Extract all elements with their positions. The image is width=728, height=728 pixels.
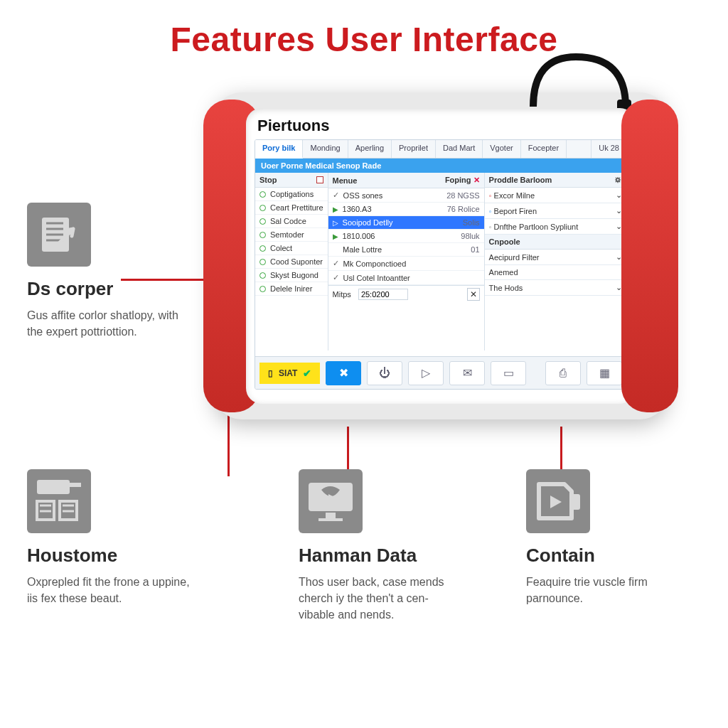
row-key: Usl Cotel Intoantter [343,274,410,282]
row-val: 76 Rolice [447,205,480,213]
data-row[interactable]: ✓Usl Cotel Intoantter [328,271,484,285]
tab-right[interactable]: Uk 28 [591,140,626,158]
status-dot-icon [259,218,266,225]
row-key: Male Lottre [343,245,382,254]
sidebar-item-label: Delele Inirer [270,284,312,293]
meter-bar: Mitps ✕ [328,285,484,303]
data-row[interactable]: Male Lottre01 [328,243,484,257]
svg-rect-19 [572,494,580,510]
data-row[interactable]: ✓Mk Componctioed [328,257,484,271]
tab[interactable]: Monding [303,140,348,158]
row-val: 28 NGSS [446,191,479,200]
print-button[interactable]: ⎙ [545,361,581,385]
col-head-right: Foping [445,176,471,184]
tab[interactable]: Dad Mart [436,140,483,158]
tools-button[interactable]: ✖ [326,361,361,385]
check-icon: ✔ [303,368,311,379]
monitor-play-icon [299,469,363,533]
sidebar-item-label: Ceart Prettiture [270,203,323,212]
power-button[interactable]: ⏻ [367,361,402,385]
dropdown[interactable]: ◦ Dnfthe Partloon Sypliunt⌄ [485,219,626,235]
dropdown[interactable]: ◦ Beport Firen⌄ [485,203,626,219]
tab[interactable]: Pory bilk [255,140,303,159]
tab[interactable]: Vgoter [483,140,520,158]
option-label: The Hods [489,284,523,292]
banner: Uoer Porne Medical Senop Rade [255,159,626,173]
sidebar-item-label: Cood Suponter [270,257,323,266]
status-dot-icon [259,232,266,238]
sidebar-item[interactable]: Skyst Bugond [255,269,328,282]
sidebar-item[interactable]: Semtoder [255,228,328,242]
sidebar-item-label: Coptigations [270,190,314,198]
feature-callout: Contain Feaquire trie vuscle firm parnou… [526,469,690,606]
meter-input[interactable] [358,289,408,300]
row-key: 1810.006 [343,232,375,240]
tab[interactable]: Focepter [521,140,567,158]
collapse-icon[interactable] [316,176,323,183]
card-icon: ▭ [503,366,514,380]
sidebar-item[interactable]: Colect [255,242,328,255]
chevron-down-icon: ⌄ [616,252,622,262]
data-row[interactable]: ▶1810.00698luk [328,230,484,243]
option-row[interactable]: The Hods⌄ [485,280,626,296]
check-icon: ✓ [333,191,339,200]
sidebar: Stop Coptigations Ceart Prettiture Sal C… [255,173,328,350]
svg-rect-17 [318,518,343,521]
svg-marker-18 [550,496,562,508]
connector-line [347,427,349,475]
option-row[interactable]: Anemed [485,265,626,280]
card-button[interactable]: ▭ [491,361,526,385]
status-dot-icon [259,259,266,265]
option-label: Aecipurd Filter [489,253,540,262]
callout-body: Gus affite corlor shatlopy, with the exp… [27,307,191,340]
section-head: Cnpoole [485,235,626,250]
section-head: Proddle Barloom [489,176,552,184]
row-val: 98luk [461,232,479,240]
sidebar-item[interactable]: Delele Inirer [255,282,328,296]
tab-bar: Pory bilk Monding Aperling Proprilet Dad… [255,140,626,159]
tab[interactable]: Aperling [348,140,392,158]
check-icon: ✓ [333,259,339,268]
feature-callout: Hanman Data Thos user back, case mends c… [299,469,462,623]
callout-title: Hanman Data [299,545,462,567]
sidebar-item[interactable]: Cood Suponter [255,255,328,269]
connector-line [560,427,562,475]
options-column: Proddle Barloom⛭ ◦ Excor Milne⌄ ◦ Beport… [485,173,626,350]
brand-label: Piertuons [257,117,627,135]
status-dot-icon [259,272,266,279]
obd-cable [526,50,633,114]
close-icon[interactable]: ✕ [473,176,480,184]
dropdown-label: Beport Firen [494,207,537,215]
clear-button[interactable]: ✕ [467,288,480,301]
status-dot-icon [259,205,266,211]
sidebar-item[interactable]: Sal Codce [255,215,328,228]
callout-body: Feaquire trie vuscle firm parnounce. [526,574,690,606]
mail-icon: ✉ [463,366,472,380]
sidebar-item[interactable]: Ceart Prettiture [255,201,328,215]
callout-title: Ds corper [27,278,191,300]
row-val: Solis [463,218,480,227]
row-key: OSS sones [343,191,383,200]
data-row[interactable]: ✓OSS sones28 NGSS [328,188,484,203]
config-icon[interactable]: ⛭ [614,176,622,184]
chevron-down-icon: ⌄ [616,222,622,231]
dropdown[interactable]: ◦ Excor Milne⌄ [485,188,626,203]
wrench-icon: ✖ [339,366,348,380]
sidebar-header: Stop [259,176,277,184]
play-icon: ▷ [422,366,430,380]
row-val: 01 [471,245,479,254]
dropdown-label: Dnfthe Partloon Sypliunt [494,223,579,231]
tab[interactable]: Proprilet [392,140,436,158]
mail-button[interactable]: ✉ [449,361,485,385]
grid-button[interactable]: ▦ [587,361,622,385]
callout-title: Contain [526,545,690,567]
play-button[interactable]: ▷ [408,361,444,385]
check-icon: ✓ [333,273,339,282]
option-row[interactable]: Aecipurd Filter⌄ [485,250,626,265]
data-row[interactable]: ▶1360.A376 Rolice [328,203,484,216]
status-dot-icon [259,191,266,198]
sidebar-item[interactable]: Coptigations [255,188,328,201]
diagnostic-device: Piertuons Pory bilk Monding Aperling Pro… [213,92,668,419]
data-row-selected[interactable]: ▷Sooipod DetllySolis [328,216,484,230]
power-icon: ⏻ [379,367,390,380]
